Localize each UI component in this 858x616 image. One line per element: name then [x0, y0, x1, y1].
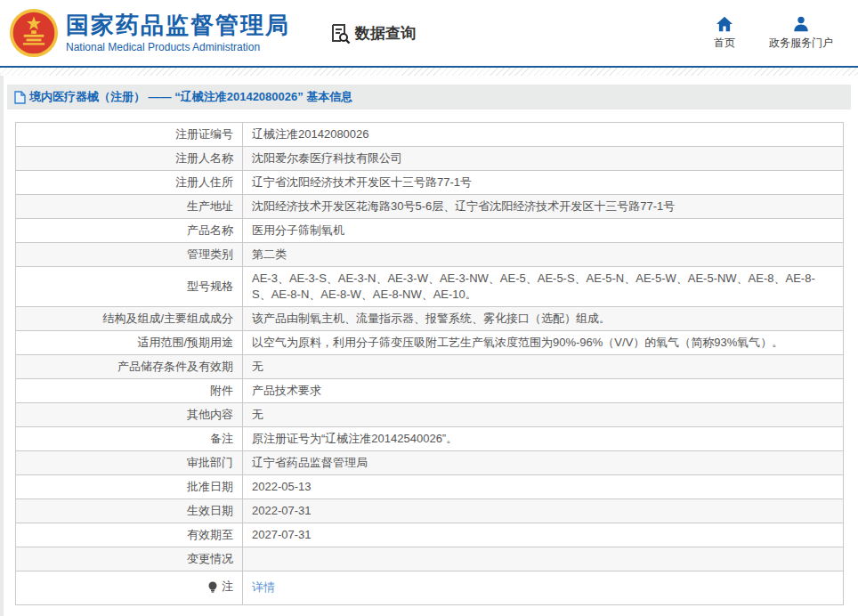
row-label-inner: 审批部门: [187, 455, 233, 471]
row-label-inner: 注册人住所: [175, 174, 233, 190]
table-row: 结构及组成/主要组成成分该产品由制氧主机、流量指示器、报警系统、雾化接口（选配）…: [16, 307, 844, 331]
row-label-inner: 有效期至: [187, 527, 233, 543]
row-value-text: 辽械注准20142080026: [252, 127, 369, 141]
org-name-en: National Medical Products Administration: [66, 40, 290, 54]
row-value-text: 2022-07-31: [252, 504, 312, 517]
row-value-text: 沈阳爱尔泰医疗科技有限公司: [252, 151, 402, 165]
row-label: 产品名称: [16, 219, 243, 243]
row-value-text: 2027-07-31: [252, 528, 312, 541]
row-label-inner: 管理类别: [187, 247, 233, 263]
nav-data-query[interactable]: 数据查询: [329, 22, 416, 44]
row-value-text: 辽宁省沈阳经济技术开发区十三号路77-1号: [252, 175, 472, 189]
row-value: 无: [243, 355, 844, 379]
page-title: 境内医疗器械（注册） —— “辽械注准20142080026” 基本信息: [29, 89, 352, 105]
row-label-inner: 适用范围/预期用途: [137, 335, 233, 351]
title-bar: 境内医疗器械（注册） —— “辽械注准20142080026” 基本信息: [7, 85, 851, 109]
org-name-cn: 国家药品监督管理局: [66, 12, 290, 38]
row-label-inner: 注: [207, 579, 233, 595]
row-value: 2022-05-13: [243, 475, 844, 499]
row-value-text: 沈阳经济技术开发区花海路30号5-6层、辽宁省沈阳经济技术开发区十三号路77-1…: [252, 199, 675, 213]
page-left-edge: [0, 76, 4, 616]
row-label-text: 适用范围/预期用途: [137, 335, 233, 351]
registration-info-table: 注册证编号辽械注准20142080026注册人名称沈阳爱尔泰医疗科技有限公司注册…: [15, 122, 844, 605]
row-label-inner: 备注: [210, 431, 233, 447]
table-row: 生产地址沈阳经济技术开发区花海路30号5-6层、辽宁省沈阳经济技术开发区十三号路…: [16, 195, 844, 219]
row-label-text: 生效日期: [187, 503, 233, 519]
row-value: 以空气为原料，利用分子筛变压吸附工艺生产氧浓度范围为90%-96%（V/V）的氧…: [243, 331, 844, 355]
row-label: 其他内容: [16, 403, 243, 427]
national-emblem-icon: [9, 8, 59, 58]
nav-portal[interactable]: 政务服务门户: [769, 16, 833, 51]
row-label-inner: 产品名称: [187, 223, 233, 239]
org-title-block: 国家药品监督管理局 National Medical Products Admi…: [66, 12, 290, 54]
row-value-text: 医用分子筛制氧机: [252, 223, 344, 237]
row-label: 产品储存条件及有效期: [16, 355, 243, 379]
nav-home[interactable]: 首页: [714, 16, 735, 51]
row-value: 原注册证号为“辽械注准20142540026”。: [243, 427, 844, 451]
table-row: 注册人名称沈阳爱尔泰医疗科技有限公司: [16, 147, 844, 171]
row-label-text: 注册证编号: [175, 126, 233, 142]
table-row: 批准日期2022-05-13: [16, 475, 844, 499]
row-label-text: 注册人名称: [175, 150, 233, 166]
row-label-text: 产品储存条件及有效期: [117, 359, 233, 375]
nav-home-label: 首页: [714, 36, 735, 51]
nav-portal-label: 政务服务门户: [769, 36, 833, 51]
row-label-inner: 注册证编号: [175, 126, 233, 142]
home-icon: [716, 16, 733, 32]
table-row: 备注原注册证号为“辽械注准20142540026”。: [16, 427, 844, 451]
detail-link[interactable]: 详情: [252, 580, 275, 594]
info-table-body: 注册证编号辽械注准20142080026注册人名称沈阳爱尔泰医疗科技有限公司注册…: [16, 123, 844, 605]
table-row: 附件产品技术要求: [16, 379, 844, 403]
row-label: 附件: [16, 379, 243, 403]
row-label-text: 产品名称: [187, 223, 233, 239]
table-row: 有效期至2027-07-31: [16, 523, 844, 547]
row-value: 无: [243, 403, 844, 427]
row-label-text: 其他内容: [187, 407, 233, 423]
row-label: 注册人住所: [16, 171, 243, 195]
person-icon: [792, 16, 810, 32]
row-value: 第二类: [243, 243, 844, 267]
row-value: 产品技术要求: [243, 379, 844, 403]
row-label-text: 批准日期: [187, 479, 233, 495]
row-label: 注册人名称: [16, 147, 243, 171]
row-value: 详情: [243, 571, 844, 605]
row-label-inner: 产品储存条件及有效期: [117, 359, 233, 375]
row-value: 辽宁省沈阳经济技术开发区十三号路77-1号: [243, 171, 844, 195]
row-label: 管理类别: [16, 243, 243, 267]
row-value: 2022-07-31: [243, 499, 844, 523]
row-value: 该产品由制氧主机、流量指示器、报警系统、雾化接口（选配）组成。: [243, 307, 844, 331]
row-label-inner: 型号规格: [187, 279, 233, 295]
table-row: 审批部门辽宁省药品监督管理局: [16, 451, 844, 475]
row-label: 注: [16, 571, 243, 605]
data-query-label: 数据查询: [355, 23, 416, 44]
row-label-text: 生产地址: [187, 199, 233, 215]
row-label: 型号规格: [16, 267, 243, 307]
table-row: 型号规格AE-3、AE-3-S、AE-3-N、AE-3-W、AE-3-NW、AE…: [16, 267, 844, 307]
row-label-inner: 变更情况: [187, 551, 233, 567]
row-value: 沈阳爱尔泰医疗科技有限公司: [243, 147, 844, 171]
table-row: 产品储存条件及有效期无: [16, 355, 844, 379]
row-value-text: 2022-05-13: [252, 480, 312, 493]
top-nav: 首页 政务服务门户: [714, 16, 833, 51]
row-label-inner: 生效日期: [187, 503, 233, 519]
row-label-text: 结构及组成/主要组成成分: [102, 311, 233, 327]
table-row: 变更情况: [16, 547, 844, 571]
row-label: 生产地址: [16, 195, 243, 219]
row-label-inner: 注册人名称: [175, 150, 233, 166]
row-label: 审批部门: [16, 451, 243, 475]
row-label-text: 变更情况: [187, 551, 233, 567]
table-row: 注详情: [16, 571, 844, 605]
row-label: 变更情况: [16, 547, 243, 571]
row-label-inner: 批准日期: [187, 479, 233, 495]
table-row: 适用范围/预期用途以空气为原料，利用分子筛变压吸附工艺生产氧浓度范围为90%-9…: [16, 331, 844, 355]
row-value: [243, 547, 844, 571]
table-row: 管理类别第二类: [16, 243, 844, 267]
table-row: 注册人住所辽宁省沈阳经济技术开发区十三号路77-1号: [16, 171, 844, 195]
row-label: 注册证编号: [16, 123, 243, 147]
row-label-inner: 附件: [210, 383, 233, 399]
row-value-text: 该产品由制氧主机、流量指示器、报警系统、雾化接口（选配）组成。: [252, 312, 611, 325]
row-value-text: 辽宁省药品监督管理局: [252, 456, 368, 469]
row-value: 辽宁省药品监督管理局: [243, 451, 844, 475]
site-header: 国家药品监督管理局 National Medical Products Admi…: [0, 0, 858, 66]
row-label-text: 注: [222, 579, 233, 595]
